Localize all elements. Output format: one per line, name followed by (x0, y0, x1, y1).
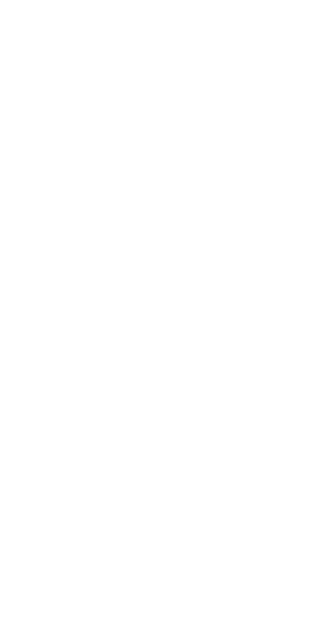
dnssec-chain-diagram (0, 0, 334, 644)
